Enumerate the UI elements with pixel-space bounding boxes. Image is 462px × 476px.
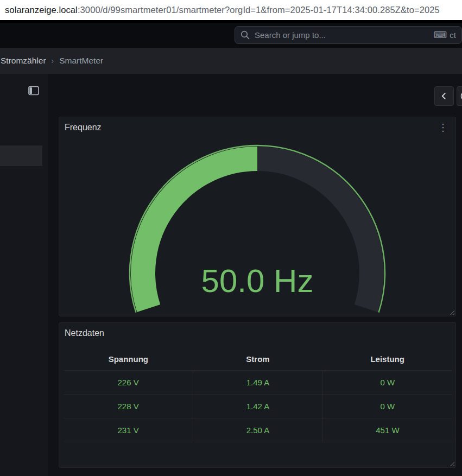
table-cell: 1.49 A — [193, 371, 323, 395]
url-path: :3000/d/99smartmeter01/smartmeter?orgId=… — [78, 5, 440, 15]
dashboard-canvas: Frequenz ⋮ 50.0 Hz Netzdaten Spannung St… — [48, 74, 462, 476]
kebab-menu-icon[interactable]: ⋮ — [436, 122, 450, 134]
table-cell: 231 V — [64, 418, 193, 442]
column-header-spannung: Spannung — [64, 348, 193, 371]
breadcrumb-separator-icon: › — [52, 56, 54, 65]
chevron-left-icon — [438, 90, 450, 102]
left-sidebar — [0, 74, 48, 476]
table-cell: 1.42 A — [193, 395, 323, 418]
search-placeholder: Search or jump to... — [255, 30, 326, 40]
url-host: solaranzeige.local — [5, 5, 78, 15]
search-shortcut-label: ct — [450, 30, 456, 40]
sidebar-item-active[interactable] — [0, 145, 42, 166]
table-cell: 2.50 A — [193, 418, 323, 442]
panel-netzdaten: Netzdaten Spannung Strom Leistung 226 V … — [59, 322, 456, 468]
table-cell: 0 W — [322, 371, 452, 395]
clock-icon — [459, 90, 462, 102]
table-row: 231 V 2.50 A 451 W — [64, 418, 452, 442]
column-header-leistung: Leistung — [322, 348, 452, 371]
resize-handle-icon[interactable] — [448, 309, 454, 315]
panel-frequenz: Frequenz ⋮ 50.0 Hz — [59, 117, 456, 316]
table-row: 226 V 1.49 A 0 W — [64, 371, 452, 395]
search-icon — [241, 30, 250, 40]
netzdaten-table: Spannung Strom Leistung 226 V 1.49 A 0 W… — [64, 348, 452, 442]
dock-sidebar-icon[interactable] — [27, 84, 40, 97]
panel-header: Netzdaten — [59, 323, 455, 344]
panel-header: Frequenz ⋮ — [59, 117, 455, 138]
table-cell: 228 V — [64, 395, 193, 418]
gauge-value: 50.0 Hz — [201, 263, 314, 299]
search-shortcut: ⌨ ct — [434, 30, 456, 40]
table-header-row: Spannung Strom Leistung — [64, 348, 452, 371]
breadcrumb-item-smartmeter[interactable]: SmartMeter — [59, 56, 103, 66]
table-cell: 226 V — [64, 371, 193, 395]
browser-address-bar[interactable]: solaranzeige.local:3000/d/99smartmeter01… — [0, 0, 462, 20]
column-header-strom: Strom — [193, 348, 323, 371]
panel-title-netzdaten[interactable]: Netzdaten — [65, 328, 104, 338]
search-input[interactable]: Search or jump to... ⌨ ct — [235, 26, 462, 44]
breadcrumb: Stromzähler › SmartMeter — [0, 48, 462, 74]
keyboard-icon: ⌨ — [434, 30, 447, 40]
panel-title-frequenz[interactable]: Frequenz — [65, 123, 102, 132]
resize-handle-icon[interactable] — [448, 460, 454, 466]
table-cell: 451 W — [322, 418, 452, 442]
table-cell: 0 W — [322, 395, 452, 418]
frequency-gauge: 50.0 Hz — [127, 144, 388, 315]
time-range-picker-button[interactable] — [457, 86, 462, 106]
breadcrumb-item-stromzaehler[interactable]: Stromzähler — [1, 56, 46, 66]
table-row: 228 V 1.42 A 0 W — [64, 395, 452, 418]
collapse-controls-button[interactable] — [434, 86, 454, 106]
grafana-top-nav: Search or jump to... ⌨ ct — [0, 23, 462, 48]
